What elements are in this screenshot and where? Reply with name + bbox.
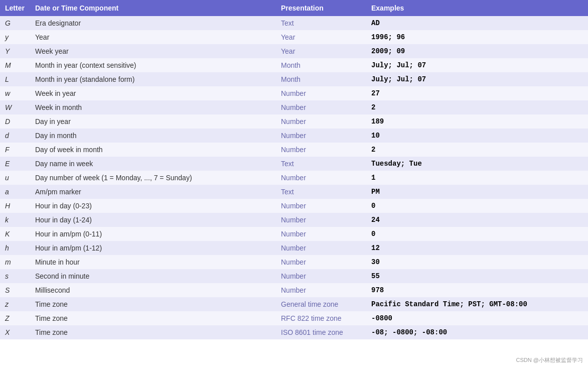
cell-presentation: Number — [276, 283, 366, 297]
cell-examples: 12 — [366, 241, 588, 255]
cell-examples: 30 — [366, 255, 588, 269]
cell-component: Hour in am/pm (1-12) — [30, 241, 276, 255]
cell-examples: 1 — [366, 171, 588, 185]
table-row: aAm/pm markerTextPM — [0, 185, 588, 199]
table-row: dDay in monthNumber10 — [0, 129, 588, 143]
table-row: XTime zoneISO 8601 time zone-08; -0800; … — [0, 325, 588, 339]
cell-letter: u — [0, 171, 30, 185]
header-letter: Letter — [0, 0, 30, 16]
cell-component: Week in year — [30, 86, 276, 100]
table-row: yYearYear1996; 96 — [0, 30, 588, 44]
cell-letter: X — [0, 325, 30, 339]
cell-component: Second in minute — [30, 269, 276, 283]
cell-component: Day in year — [30, 114, 276, 129]
cell-letter: L — [0, 72, 30, 86]
table-row: DDay in yearNumber189 — [0, 114, 588, 129]
cell-presentation: Number — [276, 227, 366, 241]
cell-presentation: Text — [276, 16, 366, 30]
cell-examples: 27 — [366, 86, 588, 100]
table-row: mMinute in hourNumber30 — [0, 255, 588, 269]
cell-presentation: Year — [276, 30, 366, 44]
cell-component: Time zone — [30, 325, 276, 339]
cell-component: Hour in day (1-24) — [30, 213, 276, 227]
table-row: KHour in am/pm (0-11)Number0 — [0, 227, 588, 241]
cell-letter: d — [0, 129, 30, 143]
cell-letter: F — [0, 143, 30, 157]
cell-letter: K — [0, 227, 30, 241]
cell-letter: z — [0, 297, 30, 311]
cell-examples: -08; -0800; -08:00 — [366, 325, 588, 339]
date-format-table: Letter Date or Time Component Presentati… — [0, 0, 588, 339]
cell-component: Time zone — [30, 297, 276, 311]
header-presentation: Presentation — [276, 0, 366, 16]
cell-letter: w — [0, 86, 30, 100]
cell-examples: 978 — [366, 283, 588, 297]
table-row: SMillisecondNumber978 — [0, 283, 588, 297]
cell-letter: a — [0, 185, 30, 199]
cell-presentation: Month — [276, 72, 366, 86]
cell-component: Year — [30, 30, 276, 44]
table-row: FDay of week in monthNumber2 — [0, 143, 588, 157]
cell-examples: AD — [366, 16, 588, 30]
cell-presentation: Number — [276, 129, 366, 143]
cell-examples: 55 — [366, 269, 588, 283]
cell-letter: Y — [0, 44, 30, 58]
table-row: uDay number of week (1 = Monday, ..., 7 … — [0, 171, 588, 185]
cell-presentation: Number — [276, 199, 366, 213]
cell-examples: 2009; 09 — [366, 44, 588, 58]
cell-examples: 189 — [366, 114, 588, 129]
cell-examples: 0 — [366, 199, 588, 213]
cell-examples: 10 — [366, 129, 588, 143]
cell-presentation: Number — [276, 241, 366, 255]
cell-letter: h — [0, 241, 30, 255]
cell-presentation: Number — [276, 86, 366, 100]
date-format-table-container: Letter Date or Time Component Presentati… — [0, 0, 588, 339]
header-examples: Examples — [366, 0, 588, 16]
cell-examples: 2 — [366, 100, 588, 114]
cell-presentation: Month — [276, 58, 366, 72]
cell-component: Day in month — [30, 129, 276, 143]
cell-presentation: Year — [276, 44, 366, 58]
cell-component: Am/pm marker — [30, 185, 276, 199]
cell-presentation: Number — [276, 171, 366, 185]
table-row: LMonth in year (standalone form)MonthJul… — [0, 72, 588, 86]
cell-component: Week in month — [30, 100, 276, 114]
cell-examples: Pacific Standard Time; PST; GMT-08:00 — [366, 297, 588, 311]
cell-component: Millisecond — [30, 283, 276, 297]
cell-letter: W — [0, 100, 30, 114]
cell-presentation: Text — [276, 157, 366, 171]
cell-component: Era designator — [30, 16, 276, 30]
cell-component: Week year — [30, 44, 276, 58]
cell-letter: E — [0, 157, 30, 171]
cell-component: Time zone — [30, 311, 276, 325]
cell-examples: July; Jul; 07 — [366, 58, 588, 72]
cell-component: Hour in day (0-23) — [30, 199, 276, 213]
cell-examples: 2 — [366, 143, 588, 157]
cell-component: Day number of week (1 = Monday, ..., 7 =… — [30, 171, 276, 185]
cell-examples: Tuesday; Tue — [366, 157, 588, 171]
cell-letter: S — [0, 283, 30, 297]
table-row: HHour in day (0-23)Number0 — [0, 199, 588, 213]
table-row: hHour in am/pm (1-12)Number12 — [0, 241, 588, 255]
cell-examples: PM — [366, 185, 588, 199]
table-row: MMonth in year (context sensitive)MonthJ… — [0, 58, 588, 72]
cell-component: Day name in week — [30, 157, 276, 171]
table-row: ZTime zoneRFC 822 time zone-0800 — [0, 311, 588, 325]
table-row: WWeek in monthNumber2 — [0, 100, 588, 114]
table-header-row: Letter Date or Time Component Presentati… — [0, 0, 588, 16]
watermark: CSDN @小林想被监督学习 — [516, 356, 583, 364]
cell-letter: G — [0, 16, 30, 30]
cell-examples: 0 — [366, 227, 588, 241]
table-row: YWeek yearYear2009; 09 — [0, 44, 588, 58]
cell-presentation: ISO 8601 time zone — [276, 325, 366, 339]
cell-presentation: Number — [276, 269, 366, 283]
cell-presentation: Number — [276, 213, 366, 227]
cell-examples: 1996; 96 — [366, 30, 588, 44]
table-row: zTime zoneGeneral time zonePacific Stand… — [0, 297, 588, 311]
header-component: Date or Time Component — [30, 0, 276, 16]
cell-examples: 24 — [366, 213, 588, 227]
table-row: sSecond in minuteNumber55 — [0, 269, 588, 283]
table-row: EDay name in weekTextTuesday; Tue — [0, 157, 588, 171]
cell-presentation: Number — [276, 114, 366, 129]
cell-component: Month in year (context sensitive) — [30, 58, 276, 72]
